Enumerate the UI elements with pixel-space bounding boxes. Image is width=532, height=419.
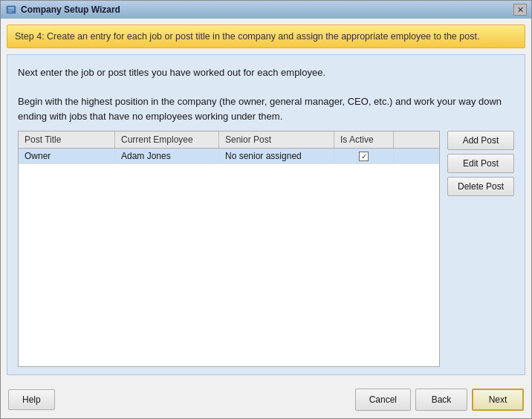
main-content: Next enter the job or post titles you ha… (7, 54, 525, 375)
title-bar: Company Setup Wizard ✕ (1, 1, 531, 19)
col-header-current-employee: Current Employee (115, 131, 219, 148)
back-button[interactable]: Back (415, 389, 467, 411)
table-header: Post Title Current Employee Senior Post … (19, 131, 439, 149)
cell-senior-post: No senior assigned (219, 149, 334, 163)
col-header-senior-post: Senior Post (219, 131, 334, 148)
active-checkbox: ✓ (359, 152, 369, 161)
footer-left: Help (8, 389, 351, 410)
cell-current-employee: Adam Jones (115, 149, 219, 163)
edit-post-button[interactable]: Edit Post (447, 154, 514, 173)
step-banner-text: Step 4: Create an entry for each job or … (15, 31, 479, 42)
svg-rect-2 (8, 10, 14, 10)
next-button[interactable]: Next (472, 389, 524, 411)
table-body[interactable]: Owner Adam Jones No senior assigned ✓ (19, 149, 439, 366)
instructions: Next enter the job or post titles you ha… (18, 65, 514, 123)
help-button[interactable]: Help (8, 389, 55, 410)
instruction-line2: Begin with the highest position in the c… (18, 94, 514, 123)
cell-post-title: Owner (19, 149, 115, 163)
footer: Help Cancel Back Next (1, 381, 531, 418)
step-banner: Step 4: Create an entry for each job or … (7, 25, 525, 48)
delete-post-button[interactable]: Delete Post (447, 177, 514, 196)
window-title: Company Setup Wizard (21, 4, 513, 15)
footer-right: Cancel Back Next (355, 389, 524, 411)
close-button[interactable]: ✕ (513, 4, 527, 16)
col-header-is-active: Is Active (334, 131, 394, 148)
add-post-button[interactable]: Add Post (447, 131, 514, 150)
instruction-line1: Next enter the job or post titles you ha… (18, 65, 514, 80)
content-area: Post Title Current Employee Senior Post … (18, 131, 514, 367)
svg-rect-1 (8, 7, 14, 9)
main-window: Company Setup Wizard ✕ Step 4: Create an… (0, 0, 532, 419)
side-buttons: Add Post Edit Post Delete Post (447, 131, 514, 367)
window-icon (5, 4, 17, 16)
table-row[interactable]: Owner Adam Jones No senior assigned ✓ (19, 149, 439, 164)
col-header-post-title: Post Title (19, 131, 115, 148)
svg-rect-3 (8, 12, 12, 13)
posts-table: Post Title Current Employee Senior Post … (18, 131, 440, 367)
cell-is-active: ✓ (334, 149, 394, 163)
cancel-button[interactable]: Cancel (355, 389, 411, 411)
